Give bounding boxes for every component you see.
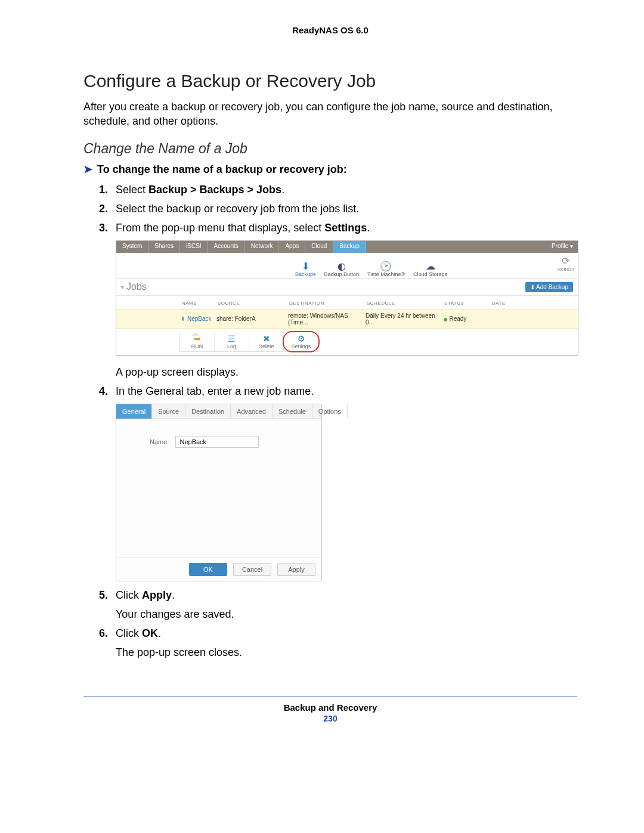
step-1: 1. Select Backup > Backups > Jobs. <box>99 182 577 197</box>
tab-apps[interactable]: Apps <box>279 241 305 253</box>
profile-menu[interactable]: Profile ▾ <box>547 241 578 253</box>
step-text-post: . <box>172 589 175 601</box>
intro-paragraph: After you create a backup or recovery jo… <box>83 100 577 129</box>
ok-button[interactable]: OK <box>189 563 227 576</box>
step-bold: Backup > Backups > Jobs <box>148 184 281 196</box>
time-machine-icon: 🕑 <box>367 262 405 271</box>
backup-jobs-screenshot: System Shares iSCSI Accounts Network App… <box>116 240 578 356</box>
footer-chapter: Backup and Recovery <box>83 702 577 713</box>
jobs-caret-icon[interactable]: ▾ <box>121 284 124 290</box>
step-6: 6. Click OK. <box>99 625 577 641</box>
step-number: 3. <box>99 220 116 236</box>
jobs-section-label: Jobs <box>126 281 147 292</box>
doc-product-header: ReadyNAS OS 6.0 <box>83 25 577 35</box>
tab-accounts[interactable]: Accounts <box>208 241 245 253</box>
toolbar-cloud-storage[interactable]: ☁ Cloud Storage <box>413 262 448 277</box>
tab-shares[interactable]: Shares <box>148 241 180 253</box>
col-destination: DESTINATION <box>289 301 367 306</box>
add-backup-label: Add Backup <box>536 284 568 290</box>
footer-rule <box>83 696 577 696</box>
col-name: NAME <box>182 301 218 306</box>
task-heading-text: To change the name of a backup or recove… <box>97 163 347 175</box>
step-text-post: . <box>367 222 370 234</box>
popup-tab-general[interactable]: General <box>116 404 152 419</box>
col-date: DATE <box>492 301 528 306</box>
step-number: 6. <box>99 625 116 641</box>
col-status: STATUS <box>444 301 492 306</box>
job-action-popup: ➡RUN ☰Log ✖Delete ⚙Settings <box>179 332 319 352</box>
step-3: 3. From the pop-up menu that displays, s… <box>99 220 577 236</box>
step-text: Select <box>116 184 148 196</box>
popup-tab-advanced[interactable]: Advanced <box>231 404 273 419</box>
action-label: Settings <box>292 343 311 349</box>
step-number: 4. <box>99 383 116 399</box>
section-title: Configure a Backup or Recovery Job <box>83 71 577 91</box>
refresh-icon: ⟳ <box>558 255 574 267</box>
tab-backup[interactable]: Backup <box>333 241 366 253</box>
gear-icon: ⚙ <box>284 335 318 343</box>
job-name: NepBack <box>181 315 216 322</box>
toolbar-label: Backup Button <box>324 271 360 277</box>
action-run[interactable]: ➡RUN <box>180 332 215 351</box>
step-5-followup: Your changes are saved. <box>83 606 577 622</box>
toolbar-backup-button[interactable]: ◐ Backup Button <box>324 262 360 277</box>
toolbar-label: Backups <box>295 271 316 277</box>
backup-button-icon: ◐ <box>324 262 360 271</box>
job-destination: remote: Windows/NAS (Time... <box>288 312 366 326</box>
tab-network[interactable]: Network <box>245 241 280 253</box>
status-dot-icon: ● <box>443 314 448 324</box>
step-number: 5. <box>99 587 116 603</box>
step-text-post: . <box>158 627 161 639</box>
tab-cloud[interactable]: Cloud <box>305 241 333 253</box>
run-icon: ➡ <box>180 335 214 343</box>
step-2: 2. Select the backup or recovery job fro… <box>99 201 577 216</box>
add-backup-button[interactable]: ⬇ Add Backup <box>525 282 573 292</box>
task-arrow-icon: ➤ <box>83 163 92 175</box>
toolbar-backups[interactable]: ⬇ Backups <box>295 262 316 277</box>
toolbar-label: Cloud Storage <box>413 271 448 277</box>
step-bold: Settings <box>324 222 367 234</box>
apply-button[interactable]: Apply <box>277 563 315 576</box>
popup-tab-destination[interactable]: Destination <box>185 404 231 419</box>
step-5: 5. Click Apply. <box>99 587 577 603</box>
cancel-button[interactable]: Cancel <box>233 563 271 576</box>
backup-toolbar: ⬇ Backups ◐ Backup Button 🕑 Time Machine… <box>116 253 578 279</box>
status-text: Ready <box>449 315 466 322</box>
footer-page-number: 230 <box>83 714 577 723</box>
job-name-input[interactable] <box>175 436 259 448</box>
job-schedule: Daily Every 24 hr between 0... <box>366 312 443 326</box>
tab-iscsi[interactable]: iSCSI <box>180 241 208 253</box>
settings-popup-screenshot: General Source Destination Advanced Sche… <box>116 404 322 581</box>
toolbar-time-machine[interactable]: 🕑 Time Machine® <box>367 262 405 277</box>
action-delete[interactable]: ✖Delete <box>249 332 284 351</box>
col-schedule: SCHEDULE <box>367 301 444 306</box>
task-heading: ➤To change the name of a backup or recov… <box>83 163 577 176</box>
step-bold: OK <box>142 627 158 639</box>
step-4: 4. In the General tab, enter a new job n… <box>99 383 577 399</box>
jobs-column-headers: NAME SOURCE DESTINATION SCHEDULE STATUS … <box>116 296 578 309</box>
step-number: 2. <box>99 201 116 216</box>
job-row[interactable]: NepBack share: FolderA remote: Windows/N… <box>116 309 578 329</box>
step-bold: Apply <box>142 589 172 601</box>
tab-system[interactable]: System <box>116 241 148 253</box>
cloud-icon: ☁ <box>413 262 448 271</box>
log-icon: ☰ <box>215 335 249 343</box>
step-text: From the pop-up menu that displays, sele… <box>116 222 324 234</box>
popup-tab-schedule[interactable]: Schedule <box>273 404 312 419</box>
refresh-label: Refresh <box>558 267 574 272</box>
col-source: SOURCE <box>218 301 289 306</box>
action-log[interactable]: ☰Log <box>215 332 249 351</box>
refresh-button[interactable]: ⟳ Refresh <box>558 255 574 272</box>
job-source: share: FolderA <box>216 315 288 322</box>
popup-tab-options[interactable]: Options <box>312 404 348 419</box>
action-settings[interactable]: ⚙Settings <box>284 332 318 351</box>
action-label: Delete <box>258 343 274 349</box>
subsection-title: Change the Name of a Job <box>83 141 577 157</box>
step-text: Click <box>116 589 142 601</box>
job-status: ●Ready <box>443 314 491 324</box>
popup-tab-source[interactable]: Source <box>152 404 185 419</box>
main-nav-tabs: System Shares iSCSI Accounts Network App… <box>116 241 578 253</box>
popup-tabs: General Source Destination Advanced Sche… <box>116 404 321 419</box>
step-text: Click <box>116 627 142 639</box>
delete-icon: ✖ <box>249 335 283 343</box>
